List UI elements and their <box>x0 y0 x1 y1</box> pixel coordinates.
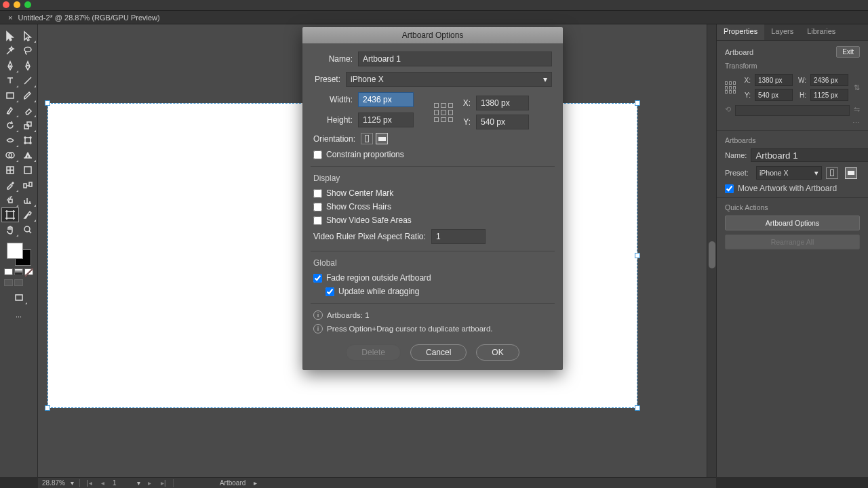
gradient-tool[interactable] <box>19 163 37 178</box>
eraser-tool[interactable] <box>19 103 37 118</box>
zoom-tool[interactable] <box>19 222 37 237</box>
blend-tool[interactable] <box>19 178 37 192</box>
constrain-checkbox[interactable]: Constrain proportions <box>313 150 552 159</box>
vertical-scrollbar[interactable] <box>707 24 716 477</box>
update-checkbox[interactable]: Update while dragging <box>326 287 552 296</box>
screen-mode-tool[interactable] <box>10 290 28 305</box>
rotate-input[interactable] <box>735 105 850 116</box>
shape-builder-tool[interactable] <box>1 148 19 163</box>
prev-artboard-icon[interactable]: ◂ <box>99 479 107 487</box>
reference-point-grid[interactable] <box>434 103 453 122</box>
preset-select[interactable]: iPhone X▾ <box>346 72 552 87</box>
column-graph-tool[interactable] <box>19 192 37 207</box>
artboard-page-dropdown-icon[interactable]: ▾ <box>137 479 140 487</box>
cancel-button[interactable]: Cancel <box>410 344 467 361</box>
next-artboard-icon[interactable]: ▸ <box>146 479 154 487</box>
resize-handle[interactable] <box>635 100 640 106</box>
free-transform-tool[interactable] <box>19 133 37 148</box>
rearrange-all-button[interactable]: Rearrange All <box>725 235 860 249</box>
fade-checkbox[interactable]: Fade region outside Artboard <box>313 273 552 283</box>
document-tab[interactable]: × Untitled-2* @ 28.87% (RGB/GPU Preview) <box>0 11 868 24</box>
rotate-tool[interactable] <box>1 118 19 133</box>
resize-handle[interactable] <box>635 253 640 258</box>
tab-properties[interactable]: Properties <box>717 24 764 40</box>
status-dropdown-icon[interactable]: ▸ <box>254 479 257 487</box>
scale-tool[interactable] <box>19 118 37 133</box>
paintbrush-tool[interactable] <box>19 88 37 103</box>
color-mode-gradient[interactable] <box>14 268 23 275</box>
orientation-landscape[interactable] <box>376 133 388 144</box>
lasso-tool[interactable] <box>19 43 37 58</box>
artboard-page-input[interactable] <box>113 479 132 487</box>
zoom-window-icon[interactable] <box>24 1 31 8</box>
y-input[interactable] <box>755 89 793 101</box>
tab-layers[interactable]: Layers <box>764 24 800 40</box>
exit-button[interactable]: Exit <box>836 46 860 58</box>
color-mode-row[interactable] <box>4 268 33 275</box>
width-input[interactable] <box>358 92 414 107</box>
x-input[interactable] <box>755 74 793 86</box>
zoom-level[interactable]: 28.87% <box>42 479 65 487</box>
width-tool[interactable] <box>1 133 19 148</box>
symbol-sprayer-tool[interactable] <box>1 192 19 207</box>
draw-normal[interactable] <box>4 279 13 286</box>
delete-button[interactable]: Delete <box>346 344 401 361</box>
more-options-icon[interactable]: ⋯ <box>725 119 860 127</box>
screen-mode-row[interactable] <box>4 279 33 286</box>
perspective-grid-tool[interactable] <box>19 148 37 163</box>
tab-libraries[interactable]: Libraries <box>800 24 842 40</box>
close-tab-icon[interactable]: × <box>8 14 12 22</box>
fill-swatch[interactable] <box>7 243 23 259</box>
resize-handle[interactable] <box>45 100 50 106</box>
curvature-tool[interactable] <box>19 58 37 73</box>
rectangle-tool[interactable] <box>1 88 19 103</box>
preset-select[interactable]: iPhone X▾ <box>756 166 822 180</box>
mesh-tool[interactable] <box>1 163 19 178</box>
artboard-name-input[interactable] <box>751 148 868 162</box>
y-input[interactable] <box>476 115 529 129</box>
type-tool[interactable] <box>1 73 19 88</box>
eyedropper-tool[interactable] <box>1 178 19 192</box>
color-mode-none[interactable] <box>24 268 33 275</box>
edit-toolbar[interactable]: ··· <box>10 309 28 324</box>
scrollbar-thumb[interactable] <box>709 241 715 268</box>
first-artboard-icon[interactable]: |◂ <box>85 479 94 487</box>
flip-h-icon[interactable]: ⇋ <box>854 105 860 116</box>
ruler-ratio-input[interactable] <box>431 229 486 244</box>
show-cross-checkbox[interactable]: Show Cross Hairs <box>313 202 552 211</box>
ok-button[interactable]: OK <box>476 344 519 361</box>
w-input[interactable] <box>810 74 848 86</box>
minimize-window-icon[interactable] <box>14 1 20 8</box>
height-input[interactable] <box>358 113 414 127</box>
shaper-tool[interactable] <box>1 103 19 118</box>
resize-handle[interactable] <box>635 405 640 411</box>
close-window-icon[interactable] <box>3 1 9 8</box>
h-input[interactable] <box>810 89 848 101</box>
move-artwork-checkbox[interactable]: Move Artwork with Artboard <box>725 184 860 193</box>
color-mode-solid[interactable] <box>4 268 13 275</box>
orientation-landscape-icon[interactable] <box>845 167 857 179</box>
slice-tool[interactable] <box>19 207 37 222</box>
direct-selection-tool[interactable] <box>19 28 37 43</box>
link-wh-icon[interactable]: ⇅ <box>854 83 860 92</box>
magic-wand-tool[interactable] <box>1 43 19 58</box>
artboard-options-button[interactable]: Artboard Options <box>725 216 860 230</box>
zoom-dropdown-icon[interactable]: ▾ <box>71 479 74 487</box>
orientation-portrait[interactable] <box>361 133 373 144</box>
rotate-icon[interactable]: ⟲ <box>725 105 731 116</box>
resize-handle[interactable] <box>45 405 50 411</box>
pen-tool[interactable] <box>1 58 19 73</box>
draw-behind[interactable] <box>14 279 23 286</box>
show-safe-checkbox[interactable]: Show Video Safe Areas <box>313 216 552 225</box>
orientation-portrait-icon[interactable] <box>826 167 838 179</box>
line-tool[interactable] <box>19 73 37 88</box>
hand-tool[interactable] <box>1 222 19 237</box>
x-input[interactable] <box>476 96 529 110</box>
selection-tool[interactable] <box>1 28 19 43</box>
window-controls[interactable] <box>3 0 31 9</box>
artboard-tool[interactable] <box>1 207 19 222</box>
show-center-checkbox[interactable]: Show Center Mark <box>313 188 552 198</box>
reference-point-icon[interactable] <box>725 81 736 94</box>
name-input[interactable] <box>358 52 552 66</box>
fill-stroke-swatch[interactable] <box>5 243 33 266</box>
